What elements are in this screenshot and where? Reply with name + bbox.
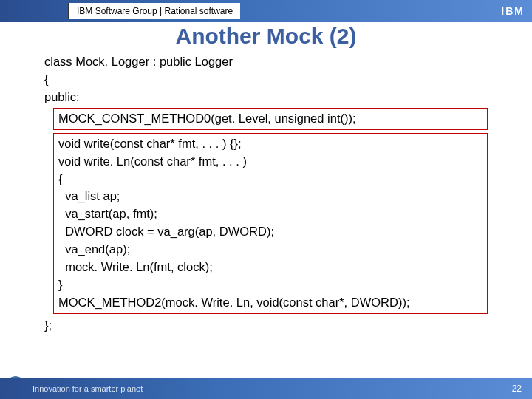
code-content: class Mock. Logger : public Logger { pub… [0, 53, 532, 335]
code-line: va_end(ap); [58, 241, 482, 259]
highlight-box-2: void write(const char* fmt, . . . ) {}; … [53, 133, 488, 314]
code-line: MOCK_METHOD2(mock. Write. Ln, void(const… [58, 294, 482, 312]
code-line: }; [44, 317, 488, 335]
code-line: va_start(ap, fmt); [58, 205, 482, 223]
code-line: { [58, 171, 482, 188]
code-line: void write. Ln(const char* fmt, . . . ) [58, 153, 482, 171]
code-line: void write(const char* fmt, . . . ) {}; [58, 135, 482, 153]
header-bar: IBM Software Group | Rational software I… [0, 0, 532, 22]
code-line: } [58, 276, 482, 294]
header-group-text: IBM Software Group | Rational software [68, 3, 240, 19]
code-line: mock. Write. Ln(fmt, clock); [58, 259, 482, 276]
header-left: IBM Software Group | Rational software [0, 0, 240, 22]
code-line: class Mock. Logger : public Logger [44, 53, 488, 71]
code-line: va_list ap; [58, 188, 482, 205]
highlight-box-1: MOCK_CONST_METHOD0(get. Level, unsigned … [53, 108, 488, 130]
code-line: public: [44, 89, 488, 106]
page-number: 22 [512, 383, 522, 394]
code-line: { [44, 71, 488, 89]
slide-title: Another Mock (2) [0, 24, 532, 49]
code-line: MOCK_CONST_METHOD0(get. Level, unsigned … [58, 110, 482, 128]
code-line: DWORD clock = va_arg(ap, DWORD); [58, 223, 482, 241]
footer-bar: Innovation for a smarter planet 22 [0, 378, 532, 399]
footer-tagline: Innovation for a smarter planet [33, 384, 143, 393]
ibm-logo: IBM [501, 5, 525, 17]
